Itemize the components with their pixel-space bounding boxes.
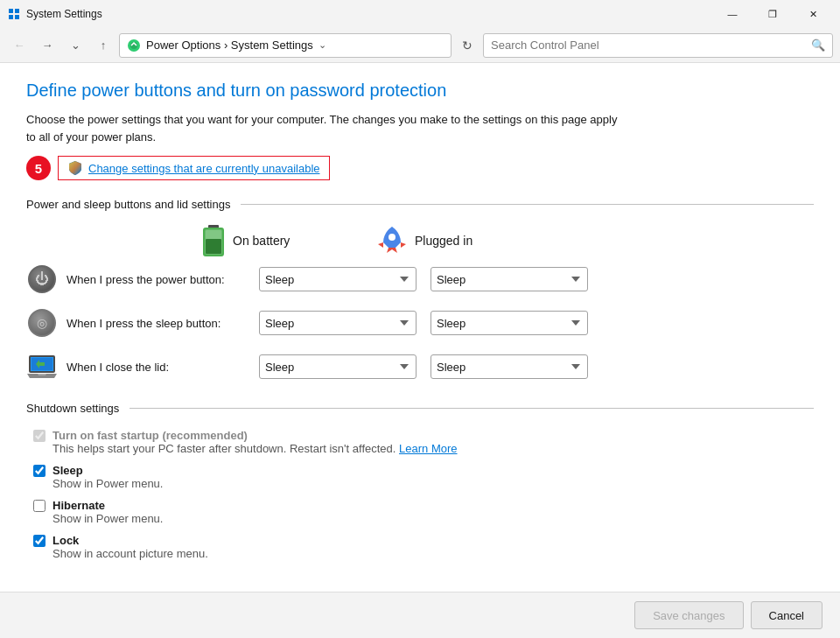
sleep-checkbox[interactable] — [33, 465, 46, 477]
power-section-header: Power and sleep buttons and lid settings — [26, 198, 814, 211]
minimize-button[interactable]: — — [712, 0, 752, 28]
address-path[interactable]: Power Options › System Settings ⌄ — [119, 33, 452, 58]
hibernate-sublabel: Show in Power menu. — [52, 512, 814, 525]
search-icon: 🔍 — [811, 39, 825, 52]
path-icon — [127, 39, 141, 53]
uac-shield-icon — [67, 160, 83, 176]
svg-rect-1 — [15, 9, 19, 13]
hibernate-label: Hibernate — [52, 499, 105, 512]
svg-rect-0 — [9, 9, 13, 13]
lock-label-row: Lock — [33, 534, 814, 547]
sleep-label: Sleep — [52, 464, 83, 477]
lock-checkbox[interactable] — [33, 535, 46, 547]
power-button-row: When I press the power button: Sleep Hib… — [26, 263, 814, 295]
col-battery-header: On battery — [201, 225, 376, 256]
title-bar-controls: — ❐ ✕ — [712, 0, 833, 28]
search-box[interactable]: 🔍 — [483, 33, 833, 58]
change-settings-link-wrap: Change settings that are currently unava… — [58, 156, 330, 180]
save-changes-button[interactable]: Save changes — [634, 601, 743, 629]
sleep-label-row: Sleep — [33, 464, 814, 477]
svg-rect-3 — [15, 15, 19, 19]
svg-rect-11 — [206, 239, 221, 254]
footer: Save changes Cancel — [0, 592, 840, 638]
fast-startup-sublabel-text: This helps start your PC faster after sh… — [52, 442, 396, 455]
address-bar: ← → ⌄ ↑ Power Options › System Settings … — [0, 28, 840, 63]
hibernate-checkbox[interactable] — [33, 500, 46, 512]
svg-rect-2 — [9, 15, 13, 19]
lock-label: Lock — [52, 534, 79, 547]
step-badge: 5 — [26, 156, 51, 180]
up-button[interactable]: ↑ — [91, 33, 116, 58]
main-content: Define power buttons and turn on passwor… — [0, 63, 840, 592]
breadcrumb-1: Power Options — [146, 39, 220, 52]
sleep-sublabel: Show in Power menu. — [52, 477, 814, 490]
maximize-button[interactable]: ❐ — [752, 0, 793, 28]
close-lid-icon — [26, 351, 58, 382]
hibernate-row: Hibernate Show in Power menu. — [33, 499, 814, 525]
sleep-row: Sleep Show in Power menu. — [33, 464, 814, 490]
shutdown-section-header: Shutdown settings — [26, 402, 814, 415]
power-button-battery-select[interactable]: Sleep Hibernate Shut down Turn off the d… — [259, 267, 416, 291]
close-lid-pluggedin-select[interactable]: Sleep Hibernate Shut down Do nothing — [430, 354, 588, 379]
sleep-button-label: When I press the sleep button: — [66, 317, 259, 330]
sleep-button-pluggedin-select[interactable]: Sleep Hibernate Shut down Do nothing — [430, 311, 588, 335]
path-chevron: ⌄ — [318, 39, 326, 51]
cancel-button[interactable]: Cancel — [751, 601, 822, 629]
close-lid-label: When I close the lid: — [66, 361, 259, 374]
fast-startup-row: Turn on fast startup (recommended) This … — [33, 429, 814, 455]
back-button[interactable]: ← — [7, 33, 32, 58]
fast-startup-sublabel: This helps start your PC faster after sh… — [52, 442, 814, 455]
laptop-icon — [27, 354, 57, 380]
forward-button[interactable]: → — [35, 33, 60, 58]
change-settings-row: 5 Change settings that are currently una… — [26, 156, 814, 180]
pluggedin-icon — [376, 225, 408, 256]
lock-row: Lock Show in account picture menu. — [33, 534, 814, 560]
path-text: Power Options › System Settings — [146, 39, 313, 52]
power-circle-icon — [28, 265, 56, 293]
window-title: System Settings — [26, 8, 102, 20]
hibernate-label-row: Hibernate — [33, 499, 814, 512]
power-button-icon — [26, 263, 58, 295]
power-button-label: When I press the power button: — [66, 273, 259, 286]
recent-button[interactable]: ⌄ — [63, 33, 88, 58]
power-button-pluggedin-select[interactable]: Sleep Hibernate Shut down Turn off the d… — [430, 267, 588, 291]
fast-startup-label-row: Turn on fast startup (recommended) — [33, 429, 814, 442]
breadcrumb-2: System Settings — [231, 39, 313, 52]
search-input[interactable] — [491, 39, 806, 52]
page-description: Choose the power settings that you want … — [26, 111, 621, 145]
col-pluggedin-header: Plugged in — [376, 225, 551, 256]
title-bar-left: System Settings — [7, 7, 102, 21]
refresh-button[interactable]: ↻ — [455, 33, 480, 58]
close-button[interactable]: ✕ — [793, 0, 833, 28]
svg-point-12 — [388, 234, 396, 241]
divider-line-2 — [130, 408, 814, 409]
sleep-button-battery-select[interactable]: Sleep Hibernate Shut down Do nothing — [259, 311, 416, 335]
power-section-label: Power and sleep buttons and lid settings — [26, 198, 230, 211]
lock-sublabel: Show in account picture menu. — [52, 547, 814, 560]
close-lid-row: When I close the lid: Sleep Hibernate Sh… — [26, 351, 814, 382]
change-settings-link[interactable]: Change settings that are currently unava… — [88, 162, 320, 175]
learn-more-link[interactable]: Learn More — [399, 442, 457, 455]
columns-header: On battery Plugged in — [201, 225, 814, 256]
fast-startup-label: Turn on fast startup (recommended) — [52, 429, 248, 442]
window-icon — [7, 7, 21, 21]
title-bar: System Settings — ❐ ✕ — [0, 0, 840, 28]
col-pluggedin-label: Plugged in — [415, 234, 472, 248]
breadcrumb-sep-1: › — [224, 39, 231, 52]
shutdown-section-label: Shutdown settings — [26, 402, 119, 415]
sleep-button-row: When I press the sleep button: Sleep Hib… — [26, 307, 814, 339]
sleep-button-icon — [26, 307, 58, 339]
divider-line-1 — [241, 204, 814, 205]
close-lid-battery-select[interactable]: Sleep Hibernate Shut down Do nothing — [259, 354, 416, 379]
fast-startup-checkbox[interactable] — [33, 430, 46, 442]
sleep-circle-icon — [28, 309, 56, 337]
battery-icon — [201, 225, 226, 256]
col-battery-label: On battery — [233, 234, 290, 248]
page-title: Define power buttons and turn on passwor… — [26, 81, 814, 101]
